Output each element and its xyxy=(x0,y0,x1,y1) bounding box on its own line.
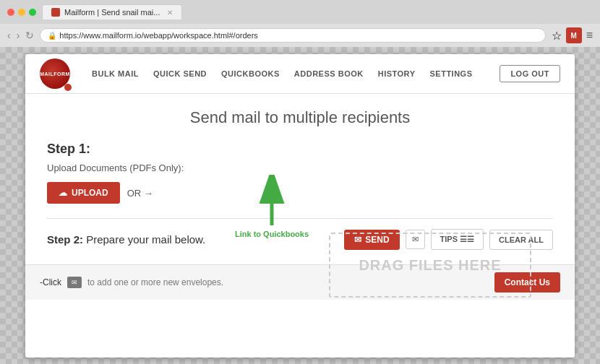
quickbooks-annotation: Link to Quickbooks xyxy=(235,175,309,239)
nav-history[interactable]: HISTORY xyxy=(378,69,416,78)
envelope-icon: ✉ xyxy=(67,277,82,288)
lock-icon: 🔒 xyxy=(48,32,56,40)
arrow-svg xyxy=(250,175,293,233)
refresh-button[interactable]: ↻ xyxy=(25,30,34,41)
nav-links: BULK MAIL QUICK SEND QUICKBOOKS ADDRESS … xyxy=(92,69,500,78)
logo: MAILFORM xyxy=(40,58,70,89)
or-text: OR → xyxy=(127,188,153,199)
browser-menu-icon[interactable]: ≡ xyxy=(586,29,593,42)
step1-subtitle: Upload Documents (PDFs Only): xyxy=(47,162,553,173)
upload-section: ☁ UPLOAD OR → xyxy=(47,182,553,204)
drag-text: DRAG FILES HERE xyxy=(359,256,501,274)
step1-section: Step 1: Upload Documents (PDFs Only): ☁ … xyxy=(47,142,553,204)
annotation-label: Link to Quickbooks xyxy=(235,229,309,239)
page-title: Send mail to multiple recipients xyxy=(47,108,553,127)
nav-settings[interactable]: SETTINGS xyxy=(429,69,472,78)
step1-title: Step 1: xyxy=(47,142,553,157)
page-content: MAILFORM BULK MAIL QUICK SEND QUICKBOOKS… xyxy=(25,54,575,358)
drag-drop-zone[interactable]: DRAG FILES HERE xyxy=(329,233,531,298)
upload-btn-label: UPLOAD xyxy=(72,188,108,198)
star-icon[interactable]: ☆ xyxy=(552,29,562,43)
upload-icon: ☁ xyxy=(59,188,67,198)
back-button[interactable]: ‹ xyxy=(7,30,11,41)
add-envelope-text: to add one or more new envelopes. xyxy=(87,277,223,287)
tab-title: Mailform | Send snail mai... xyxy=(64,8,160,17)
url-text: https://www.mailform.io/webapp/workspace… xyxy=(59,31,258,40)
tab-favicon xyxy=(51,8,60,17)
upload-button[interactable]: ☁ UPLOAD xyxy=(47,182,120,204)
tab-close-icon[interactable]: ✕ xyxy=(167,9,173,17)
bottom-bar-left: -Click ✉ to add one or more new envelope… xyxy=(40,277,223,288)
click-text: -Click xyxy=(40,277,61,287)
minimize-dot[interactable] xyxy=(18,9,25,16)
app-nav: MAILFORM BULK MAIL QUICK SEND QUICKBOOKS… xyxy=(25,54,575,94)
step2-subtitle: Prepare your mail below. xyxy=(86,233,205,246)
close-dot[interactable] xyxy=(7,9,14,16)
nav-quickbooks[interactable]: QUICKBOOKS xyxy=(221,69,280,78)
address-bar[interactable]: 🔒 https://www.mailform.io/webapp/workspa… xyxy=(40,28,545,43)
forward-button[interactable]: › xyxy=(17,30,20,41)
nav-quick-send[interactable]: QUICK SEND xyxy=(153,69,207,78)
step2-title: Step 2: Prepare your mail below. xyxy=(47,233,205,246)
browser-titlebar: Mailform | Send snail mai... ✕ xyxy=(0,0,600,24)
logo-text: MAILFORM xyxy=(40,72,70,77)
browser-actions: ☆ M ≡ xyxy=(552,27,593,43)
browser-chrome: Mailform | Send snail mai... ✕ ‹ › ↻ 🔒 h… xyxy=(0,0,600,47)
nav-bulk-mail[interactable]: BULK MAIL xyxy=(92,69,139,78)
step2-label: Step 2: xyxy=(47,233,83,246)
logout-button[interactable]: LOG OUT xyxy=(500,65,560,82)
page-wrapper: MAILFORM BULK MAIL QUICK SEND QUICKBOOKS… xyxy=(0,47,600,364)
logo-area: MAILFORM xyxy=(40,58,70,89)
browser-tab[interactable]: Mailform | Send snail mai... ✕ xyxy=(42,4,182,20)
browser-addressbar: ‹ › ↻ 🔒 https://www.mailform.io/webapp/w… xyxy=(0,24,600,47)
main-area: Send mail to multiple recipients Step 1:… xyxy=(25,94,575,264)
extension-btn[interactable]: M xyxy=(566,27,582,43)
browser-dots xyxy=(7,9,36,16)
nav-address-book[interactable]: ADDRESS BOOK xyxy=(294,69,364,78)
maximize-dot[interactable] xyxy=(29,9,36,16)
